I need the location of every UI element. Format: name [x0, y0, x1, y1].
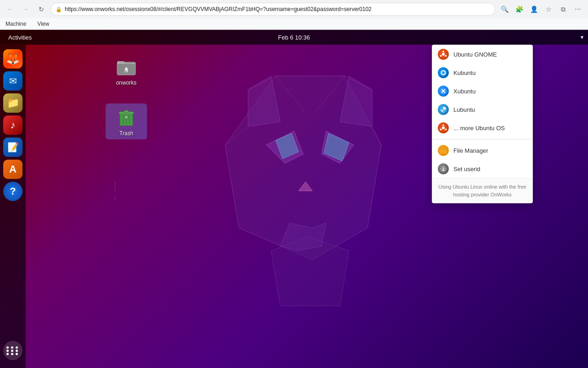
appstore-icon: A: [9, 163, 17, 175]
dropdown-footer: Using Ubuntu Linux online with the free …: [432, 178, 532, 203]
tab-groups-button[interactable]: ⧉: [557, 3, 570, 16]
footer-text: Using Ubuntu Linux online with the free …: [438, 184, 526, 197]
writer-icon: 📝: [7, 142, 19, 153]
desktop-icon-trash[interactable]: Trash: [106, 104, 147, 139]
extensions-button[interactable]: 🧩: [513, 3, 526, 16]
file-manager-icon: [438, 145, 449, 156]
more-button[interactable]: ⋯: [571, 3, 584, 16]
browser-actions: 🔍 🧩 👤 ☆ ⧉ ⋯: [498, 3, 584, 16]
onworks-folder-icon: [115, 56, 137, 78]
rhythmbox-icon: ♪: [11, 119, 16, 131]
ubuntu-gnome-icon: [438, 49, 449, 60]
tray-chevron[interactable]: ▾: [581, 34, 583, 40]
system-tray: ▾: [581, 34, 583, 40]
kubuntu-icon: [438, 67, 449, 78]
dropdown-menu: Ubuntu GNOME Kubuntu Xubuntu: [432, 45, 533, 203]
dock-icon-rhythmbox[interactable]: ♪: [3, 115, 23, 135]
set-userid-label: Set userid: [453, 166, 481, 172]
gnome-topbar: Activities Feb 6 10:36 ▾: [0, 30, 588, 45]
dock-icon-appstore[interactable]: A: [3, 160, 23, 179]
dock-icon-files[interactable]: 📁: [3, 93, 23, 113]
svg-line-28: [129, 115, 130, 124]
dropdown-item-set-userid[interactable]: Set userid: [432, 160, 532, 178]
dock-icon-writer[interactable]: 📝: [3, 138, 23, 157]
svg-point-31: [442, 51, 444, 52]
address-bar[interactable]: 🔒 https://www.onworks.net/osessionx08/#/…: [51, 3, 495, 16]
svg-point-33: [440, 55, 442, 57]
clock: Feb 6 10:36: [278, 34, 310, 41]
bookmark-button[interactable]: ☆: [542, 3, 555, 16]
more-ubuntu-icon: [438, 122, 449, 133]
svg-rect-25: [124, 110, 129, 113]
dropdown-item-lubuntu[interactable]: Lubuntu: [432, 100, 532, 119]
files-icon: 📁: [7, 97, 19, 109]
desktop-icon-onworks[interactable]: onworks: [106, 53, 147, 89]
trash-icon-label: Trash: [119, 130, 133, 137]
dropdown-item-ubuntu-gnome[interactable]: Ubuntu GNOME: [432, 45, 532, 63]
svg-point-35: [442, 71, 445, 74]
dock-icon-thunderbird[interactable]: ✉: [3, 71, 23, 91]
ubuntu-gnome-label: Ubuntu GNOME: [453, 51, 497, 58]
search-button[interactable]: 🔍: [498, 3, 511, 16]
forward-button[interactable]: →: [19, 3, 32, 16]
browser-chrome: ← → ↻ 🔒 https://www.onworks.net/osession…: [0, 0, 588, 30]
dock-icon-firefox[interactable]: 🦊: [3, 49, 23, 69]
help-icon: ?: [10, 185, 16, 197]
lock-icon: 🔒: [56, 6, 62, 12]
apps-grid-icon: [6, 346, 19, 355]
onworks-icon-label: onworks: [116, 80, 137, 86]
svg-line-26: [123, 115, 124, 124]
trash-icon: [115, 106, 137, 128]
svg-point-42: [440, 129, 442, 131]
dropdown-item-file-manager[interactable]: File Manager: [432, 141, 532, 160]
show-applications-button[interactable]: [3, 341, 23, 360]
svg-point-41: [445, 129, 447, 131]
svg-point-40: [442, 124, 444, 126]
set-userid-icon: [438, 163, 449, 174]
svg-rect-22: [126, 70, 127, 72]
more-ubuntu-label: ... more Ubuntu OS: [453, 125, 505, 132]
xubuntu-label: Xubuntu: [453, 88, 475, 95]
dropdown-item-xubuntu[interactable]: Xubuntu: [432, 82, 532, 100]
svg-point-32: [445, 55, 447, 57]
lubuntu-label: Lubuntu: [453, 106, 475, 113]
url-text: https://www.onworks.net/osessionx08/#/cl…: [65, 6, 490, 12]
svg-point-30: [442, 53, 445, 56]
xubuntu-icon: [438, 86, 449, 97]
firefox-icon: 🦊: [6, 52, 20, 65]
menu-bar: Machine View: [0, 18, 588, 29]
desktop: Activities Feb 6 10:36 ▾ 🦊 ✉ 📁 ♪ 📝 A: [0, 30, 588, 368]
kubuntu-label: Kubuntu: [453, 69, 475, 76]
profile-button[interactable]: 👤: [527, 3, 540, 16]
file-manager-label: File Manager: [453, 147, 488, 154]
browser-toolbar: ← → ↻ 🔒 https://www.onworks.net/osession…: [0, 0, 588, 18]
dropdown-item-more-ubuntu[interactable]: ... more Ubuntu OS: [432, 119, 532, 137]
menu-view[interactable]: View: [35, 20, 51, 28]
dock-icon-help[interactable]: ?: [3, 182, 23, 201]
dropdown-item-kubuntu[interactable]: Kubuntu: [432, 63, 532, 82]
thunderbird-icon: ✉: [9, 75, 17, 86]
svg-point-39: [442, 126, 445, 129]
lubuntu-icon: [438, 104, 449, 115]
activities-button[interactable]: Activities: [5, 32, 35, 43]
menu-divider: [432, 139, 532, 139]
back-button[interactable]: ←: [4, 3, 17, 16]
refresh-button[interactable]: ↻: [35, 3, 48, 16]
menu-machine[interactable]: Machine: [4, 20, 28, 28]
dock: 🦊 ✉ 📁 ♪ 📝 A ?: [0, 45, 26, 368]
